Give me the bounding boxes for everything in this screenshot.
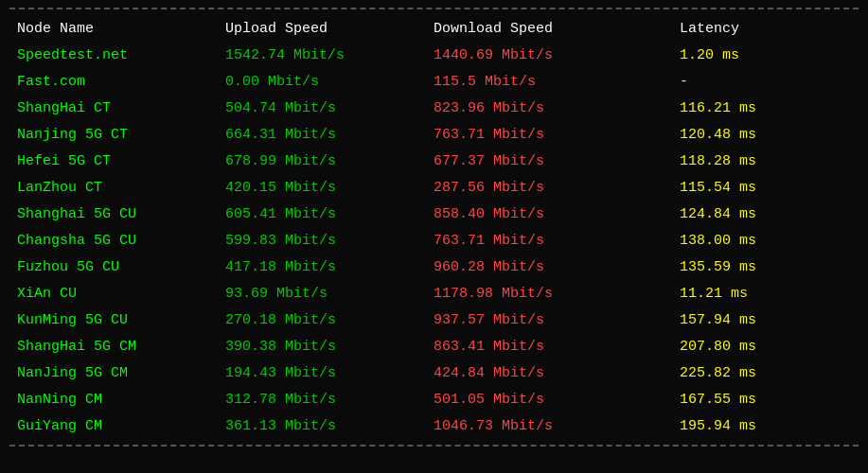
table-row: Fast.com 0.00 Mbit/s 115.5 Mbit/s -: [9, 68, 859, 95]
table-row: Changsha 5G CU 599.83 Mbit/s 763.71 Mbit…: [9, 227, 859, 254]
table-row: KunMing 5G CU 270.18 Mbit/s 937.57 Mbit/…: [9, 307, 859, 333]
cell-upload-6: 605.41 Mbit/s: [225, 206, 434, 222]
cell-download-3: 763.71 Mbit/s: [434, 127, 680, 143]
cell-latency-4: 118.28 ms: [680, 153, 851, 169]
cell-download-0: 1440.69 Mbit/s: [434, 47, 680, 63]
table-row: XiAn CU 93.69 Mbit/s 1178.98 Mbit/s 11.2…: [9, 280, 859, 307]
cell-upload-9: 93.69 Mbit/s: [225, 286, 434, 302]
cell-latency-10: 157.94 ms: [680, 312, 851, 328]
table-row: Speedtest.net 1542.74 Mbit/s 1440.69 Mbi…: [9, 42, 859, 68]
table-row: LanZhou CT 420.15 Mbit/s 287.56 Mbit/s 1…: [9, 174, 859, 201]
table-row: ShangHai 5G CM 390.38 Mbit/s 863.41 Mbit…: [9, 333, 859, 359]
cell-latency-8: 135.59 ms: [680, 259, 851, 275]
cell-latency-14: 195.94 ms: [680, 418, 851, 434]
table-row: Fuzhou 5G CU 417.18 Mbit/s 960.28 Mbit/s…: [9, 254, 859, 280]
speed-table: Node Name Upload Speed Download Speed La…: [9, 15, 859, 439]
header-download: Download Speed: [434, 21, 680, 37]
cell-upload-4: 678.99 Mbit/s: [225, 153, 434, 169]
cell-upload-3: 664.31 Mbit/s: [225, 127, 434, 143]
cell-upload-1: 0.00 Mbit/s: [225, 74, 434, 90]
cell-node-10: KunMing 5G CU: [17, 312, 225, 328]
cell-node-7: Changsha 5G CU: [17, 233, 225, 249]
cell-download-2: 823.96 Mbit/s: [434, 100, 680, 116]
cell-download-9: 1178.98 Mbit/s: [434, 286, 680, 302]
table-row: Shanghai 5G CU 605.41 Mbit/s 858.40 Mbit…: [9, 201, 859, 227]
cell-download-13: 501.05 Mbit/s: [434, 392, 680, 408]
header-upload: Upload Speed: [225, 21, 434, 37]
table-row: Nanjing 5G CT 664.31 Mbit/s 763.71 Mbit/…: [9, 121, 859, 148]
cell-latency-0: 1.20 ms: [680, 47, 851, 63]
cell-upload-8: 417.18 Mbit/s: [225, 259, 434, 275]
cell-upload-14: 361.13 Mbit/s: [225, 418, 434, 434]
cell-download-1: 115.5 Mbit/s: [434, 74, 680, 90]
cell-node-9: XiAn CU: [17, 286, 225, 302]
cell-download-4: 677.37 Mbit/s: [434, 153, 680, 169]
cell-latency-7: 138.00 ms: [680, 233, 851, 249]
cell-latency-5: 115.54 ms: [680, 180, 851, 196]
table-body: Speedtest.net 1542.74 Mbit/s 1440.69 Mbi…: [9, 42, 859, 439]
table-row: Hefei 5G CT 678.99 Mbit/s 677.37 Mbit/s …: [9, 148, 859, 174]
table-row: NanNing CM 312.78 Mbit/s 501.05 Mbit/s 1…: [9, 386, 859, 412]
cell-download-11: 863.41 Mbit/s: [434, 339, 680, 355]
cell-node-4: Hefei 5G CT: [17, 153, 225, 169]
cell-upload-12: 194.43 Mbit/s: [225, 365, 434, 381]
cell-latency-12: 225.82 ms: [680, 365, 851, 381]
cell-upload-0: 1542.74 Mbit/s: [225, 47, 434, 63]
cell-upload-13: 312.78 Mbit/s: [225, 392, 434, 408]
cell-node-0: Speedtest.net: [17, 47, 225, 63]
cell-upload-11: 390.38 Mbit/s: [225, 339, 434, 355]
cell-node-8: Fuzhou 5G CU: [17, 259, 225, 275]
cell-node-11: ShangHai 5G CM: [17, 339, 225, 355]
cell-latency-13: 167.55 ms: [680, 392, 851, 408]
cell-node-14: GuiYang CM: [17, 418, 225, 434]
cell-upload-10: 270.18 Mbit/s: [225, 312, 434, 328]
cell-node-12: NanJing 5G CM: [17, 365, 225, 381]
cell-download-7: 763.71 Mbit/s: [434, 233, 680, 249]
header-latency: Latency: [680, 21, 851, 37]
cell-download-5: 287.56 Mbit/s: [434, 180, 680, 196]
cell-latency-3: 120.48 ms: [680, 127, 851, 143]
cell-latency-2: 116.21 ms: [680, 100, 851, 116]
cell-latency-9: 11.21 ms: [680, 286, 851, 302]
cell-node-6: Shanghai 5G CU: [17, 206, 225, 222]
cell-latency-1: -: [680, 74, 851, 90]
cell-node-1: Fast.com: [17, 74, 225, 90]
cell-upload-2: 504.74 Mbit/s: [225, 100, 434, 116]
cell-upload-7: 599.83 Mbit/s: [225, 233, 434, 249]
table-row: GuiYang CM 361.13 Mbit/s 1046.73 Mbit/s …: [9, 412, 859, 439]
main-container: Node Name Upload Speed Download Speed La…: [9, 8, 859, 447]
table-row: ShangHai CT 504.74 Mbit/s 823.96 Mbit/s …: [9, 95, 859, 121]
cell-node-13: NanNing CM: [17, 392, 225, 408]
cell-node-2: ShangHai CT: [17, 100, 225, 116]
cell-node-3: Nanjing 5G CT: [17, 127, 225, 143]
table-row: NanJing 5G CM 194.43 Mbit/s 424.84 Mbit/…: [9, 359, 859, 386]
cell-download-12: 424.84 Mbit/s: [434, 365, 680, 381]
header-node: Node Name: [17, 21, 225, 37]
cell-download-8: 960.28 Mbit/s: [434, 259, 680, 275]
cell-latency-6: 124.84 ms: [680, 206, 851, 222]
cell-node-5: LanZhou CT: [17, 180, 225, 196]
cell-latency-11: 207.80 ms: [680, 339, 851, 355]
cell-upload-5: 420.15 Mbit/s: [225, 180, 434, 196]
cell-download-14: 1046.73 Mbit/s: [434, 418, 680, 434]
cell-download-6: 858.40 Mbit/s: [434, 206, 680, 222]
table-header: Node Name Upload Speed Download Speed La…: [9, 15, 859, 42]
cell-download-10: 937.57 Mbit/s: [434, 312, 680, 328]
